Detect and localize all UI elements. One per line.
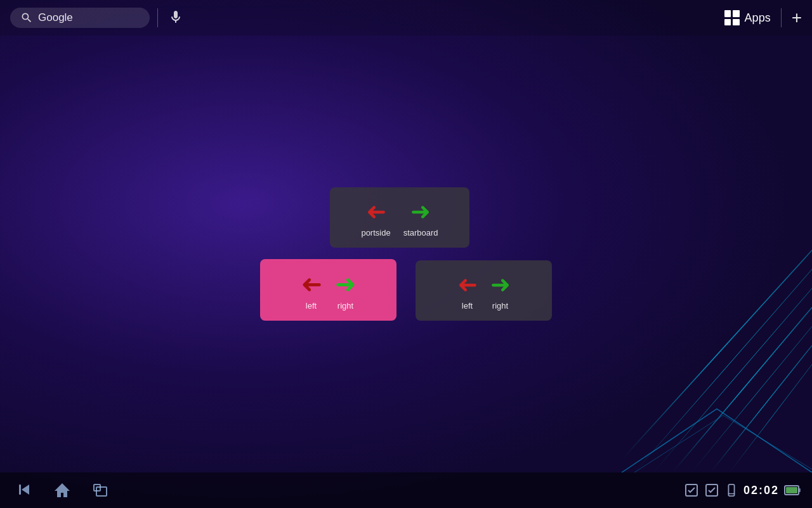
add-button[interactable]: + <box>792 9 802 27</box>
battery-icon <box>784 483 802 497</box>
starboard-label: starboard <box>403 228 438 237</box>
dark-left-button[interactable]: ➜ left <box>457 271 478 311</box>
home-icon <box>53 481 71 498</box>
bottom-status: 02:02 <box>674 483 812 498</box>
svg-rect-18 <box>799 488 801 492</box>
apps-button[interactable]: Apps <box>724 10 771 25</box>
starboard-arrow-icon: ➜ <box>410 197 431 225</box>
pink-left-arrow-icon: ➜ <box>301 269 322 298</box>
microphone-icon <box>168 10 183 25</box>
home-button[interactable] <box>53 481 71 500</box>
pink-right-button[interactable]: ➜ right <box>335 269 357 311</box>
topbar-divider-2 <box>781 8 782 27</box>
back-button[interactable] <box>15 481 33 500</box>
topbar-divider <box>157 8 158 27</box>
svg-rect-17 <box>786 487 797 493</box>
pink-left-button[interactable]: ➜ left <box>301 269 322 311</box>
portside-label: portside <box>361 228 390 237</box>
dark-right-button[interactable]: ➜ right <box>490 271 511 311</box>
search-icon <box>20 11 33 24</box>
widget-portside-starboard[interactable]: ➜ portside ➜ starboard <box>330 187 469 248</box>
dark-right-arrow-icon: ➜ <box>490 271 511 298</box>
dark-right-label: right <box>492 301 508 311</box>
pink-right-label: right <box>337 301 353 311</box>
topbar-right: Apps + <box>724 8 802 27</box>
svg-marker-9 <box>55 483 70 497</box>
dark-left-arrow-icon: ➜ <box>457 271 478 298</box>
pink-left-label: left <box>306 301 317 311</box>
topbar: Google Apps + <box>0 0 812 36</box>
widget-left-pink[interactable]: ➜ left ➜ right <box>260 259 396 321</box>
microphone-button[interactable] <box>166 7 186 29</box>
svg-marker-7 <box>22 485 29 495</box>
main-content: ➜ portside ➜ starboard ➜ left ➜ right ➜ <box>0 36 812 472</box>
recent-apps-button[interactable] <box>91 481 109 500</box>
svg-rect-8 <box>19 485 21 495</box>
time-display: 02:02 <box>743 484 779 497</box>
widget-right-dark[interactable]: ➜ left ➜ right <box>416 260 552 321</box>
starboard-button[interactable]: ➜ starboard <box>403 197 438 237</box>
dark-left-label: left <box>462 301 473 311</box>
bottom-nav <box>0 481 124 500</box>
portside-button[interactable]: ➜ portside <box>361 197 390 237</box>
apps-grid-icon <box>724 10 740 25</box>
portside-arrow-icon: ➜ <box>366 197 386 225</box>
google-search-bar[interactable]: Google <box>10 8 150 28</box>
recent-apps-icon <box>91 481 109 498</box>
apps-label: Apps <box>745 11 771 25</box>
google-label: Google <box>38 11 73 24</box>
svg-rect-14 <box>728 485 734 496</box>
checkbox-icon-1 <box>684 483 699 498</box>
phone-icon <box>724 483 738 497</box>
back-icon <box>15 481 33 498</box>
bottombar: 02:02 <box>0 472 812 508</box>
pink-right-arrow-icon: ➜ <box>335 269 357 298</box>
checkbox-icon-2 <box>704 483 719 498</box>
widgets-cluster: ➜ portside ➜ starboard ➜ left ➜ right ➜ <box>260 187 552 321</box>
